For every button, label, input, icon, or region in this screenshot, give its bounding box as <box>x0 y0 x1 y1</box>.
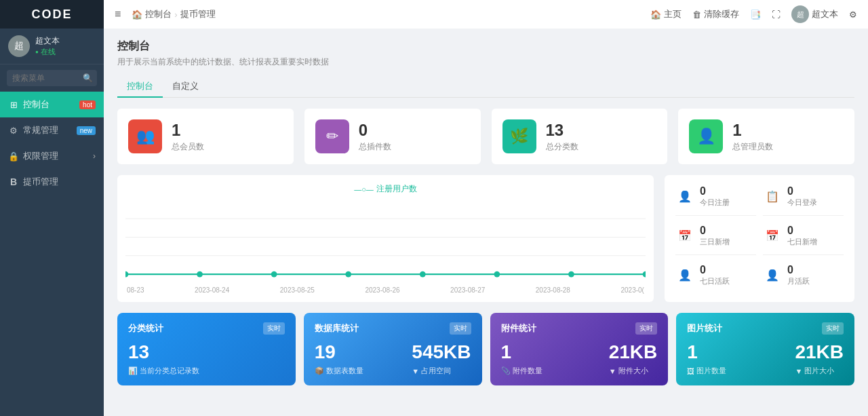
svg-point-7 <box>345 271 351 278</box>
sidebar-item-permission[interactable]: 🔒 权限管理 › <box>0 143 104 169</box>
category-stats-title: 分类统计 <box>128 322 163 335</box>
gear-icon: ⚙ <box>849 10 857 20</box>
db-stats-badge: 实时 <box>450 322 471 335</box>
home-nav-icon: 🏠 <box>650 10 661 20</box>
right-stats: 👤 0 今日注册 📋 0 今日登录 📅 0 <box>665 175 854 302</box>
doc-icon-button[interactable]: 📑 <box>750 10 761 20</box>
category-stats-card: 分类统计 实时 13 📊 当前分类总记录数 <box>117 313 296 385</box>
image-stats-title: 图片统计 <box>687 322 722 335</box>
user-info: 超文本 在线 <box>35 35 60 57</box>
token-icon: B <box>8 176 19 187</box>
7day-active-num: 0 <box>700 264 730 276</box>
nav-home-button[interactable]: 🏠 主页 <box>650 8 682 20</box>
image-stats-card: 图片统计 实时 1 🖼 图片数量 21KB ▼ <box>676 313 854 385</box>
admins-count: 1 <box>732 121 773 140</box>
categories-label: 总分类数 <box>546 141 578 153</box>
members-icon: 👥 <box>128 119 162 153</box>
size-down-icon: ▼ <box>412 367 419 375</box>
image-stats-badge: 实时 <box>822 322 844 335</box>
attachment-count: 1 <box>501 341 542 363</box>
sidebar-item-normal[interactable]: ⚙ 常规管理 new <box>0 117 104 143</box>
stat-month-active: 👤 0 月活跃 <box>763 262 844 294</box>
breadcrumb: 🏠 控制台 › 提币管理 <box>132 8 215 20</box>
db-size: 545KB <box>412 341 471 363</box>
svg-point-9 <box>494 271 500 278</box>
content: 控制台 用于展示当前系统中的统计数据、统计报表及重要实时数据 控制台 自定义 👥… <box>104 29 868 416</box>
db-stats-card: 数据库统计 实时 19 📦 数据表数量 545KB ▼ <box>304 313 482 385</box>
sidebar-user: 超 超文本 在线 <box>0 29 104 64</box>
permission-icon: 🔒 <box>8 151 19 162</box>
today-register-label: 今日注册 <box>700 197 730 208</box>
line-chart <box>125 200 646 282</box>
3day-new-num: 0 <box>700 225 730 237</box>
doc-icon: 📑 <box>750 10 761 20</box>
stat-today-login: 📋 0 今日登录 <box>763 183 844 216</box>
hamburger-icon[interactable]: ≡ <box>115 8 121 20</box>
sidebar-item-label: 控制台 <box>23 98 50 111</box>
attachment-size-label: ▼ 附件大小 <box>609 366 658 376</box>
svg-point-11 <box>643 271 646 278</box>
image-size-icon: ▼ <box>795 367 802 375</box>
3day-new-label: 三日新增 <box>700 237 730 247</box>
user-menu-button[interactable]: 超 超文本 <box>791 5 838 23</box>
attachment-count-label: 📎 附件数量 <box>501 366 542 376</box>
login-icon: 📋 <box>763 187 782 206</box>
user-avatar: 超 <box>791 5 809 23</box>
admins-icon: 👤 <box>689 119 723 153</box>
stat-7day-new: 📅 0 七日新增 <box>763 223 844 255</box>
image-count: 1 <box>687 341 726 363</box>
settings-button[interactable]: ⚙ <box>849 10 857 20</box>
tab-dashboard[interactable]: 控制台 <box>117 76 163 98</box>
db-table-label: 📦 数据表数量 <box>315 366 363 376</box>
stat-card-admins: 👤 1 总管理员数 <box>678 109 854 164</box>
image-size: 21KB <box>795 341 844 363</box>
page-description: 用于展示当前系统中的统计数据、统计报表及重要实时数据 <box>117 56 854 68</box>
attachment-size: 21KB <box>609 341 658 363</box>
clear-cache-button[interactable]: 🗑 清除缓存 <box>692 8 739 20</box>
stat-card-members: 👥 1 总会员数 <box>117 109 294 164</box>
chart-card: 注册用户数 08-23 <box>117 175 654 302</box>
breadcrumb-token[interactable]: 提币管理 <box>180 8 216 20</box>
attachment-stats-badge: 实时 <box>635 322 657 335</box>
breadcrumb-dashboard[interactable]: 控制台 <box>145 8 172 20</box>
normal-icon: ⚙ <box>8 126 19 136</box>
svg-point-5 <box>197 271 203 278</box>
sidebar-item-label: 提币管理 <box>23 176 58 188</box>
attachment-icon: 📎 <box>501 366 511 375</box>
sidebar-nav: ⊞ 控制台 hot ⚙ 常规管理 new 🔒 权限管理 › B 提币管理 <box>0 92 104 416</box>
image-count-label: 🖼 图片数量 <box>687 366 726 376</box>
today-register-num: 0 <box>700 185 730 197</box>
svg-point-8 <box>420 271 426 278</box>
xaxis-label-0: 08-23 <box>127 286 144 294</box>
chart-icon: 📊 <box>128 366 138 375</box>
sidebar-item-dashboard[interactable]: ⊞ 控制台 hot <box>0 92 104 117</box>
month-active-label: 月活跃 <box>787 276 810 286</box>
breadcrumb-separator: › <box>174 10 177 20</box>
stats-row: 👥 1 总会员数 ✏ 0 总插件数 🌿 13 总分类数 <box>117 109 854 164</box>
fullscreen-button[interactable]: ⛶ <box>772 10 781 20</box>
categories-count: 13 <box>546 121 578 140</box>
sidebar-item-token[interactable]: B 提币管理 <box>0 169 104 195</box>
home-nav-label: 主页 <box>664 8 682 20</box>
attachment-size-icon: ▼ <box>609 367 616 375</box>
db-stats-title: 数据库统计 <box>315 322 359 335</box>
3day-icon: 📅 <box>675 227 694 246</box>
category-count-label: 📊 当前分类总记录数 <box>128 366 199 376</box>
page-title: 控制台 <box>117 39 854 54</box>
today-login-label: 今日登录 <box>787 197 817 208</box>
sidebar-search-area: 🔍 <box>0 64 104 92</box>
topnav-right: 🏠 主页 🗑 清除缓存 📑 ⛶ 超 超文本 ⚙ <box>650 5 857 23</box>
tab-custom[interactable]: 自定义 <box>163 76 208 98</box>
categories-icon: 🌿 <box>502 119 536 153</box>
stat-today-register: 👤 0 今日注册 <box>675 183 756 216</box>
home-icon: 🏠 <box>132 10 142 20</box>
7day-new-label: 七日新增 <box>787 237 817 247</box>
members-count: 1 <box>172 121 204 140</box>
attachment-stats-title: 附件统计 <box>501 322 536 335</box>
fullscreen-icon: ⛶ <box>772 10 781 20</box>
dashboard-icon: ⊞ <box>8 100 19 110</box>
month-active-num: 0 <box>787 264 810 276</box>
month-active-icon: 👤 <box>763 266 782 285</box>
plugins-label: 总插件数 <box>359 141 391 153</box>
topnav: ≡ 🏠 控制台 › 提币管理 🏠 主页 🗑 清除缓存 📑 ⛶ 超 <box>104 0 868 29</box>
